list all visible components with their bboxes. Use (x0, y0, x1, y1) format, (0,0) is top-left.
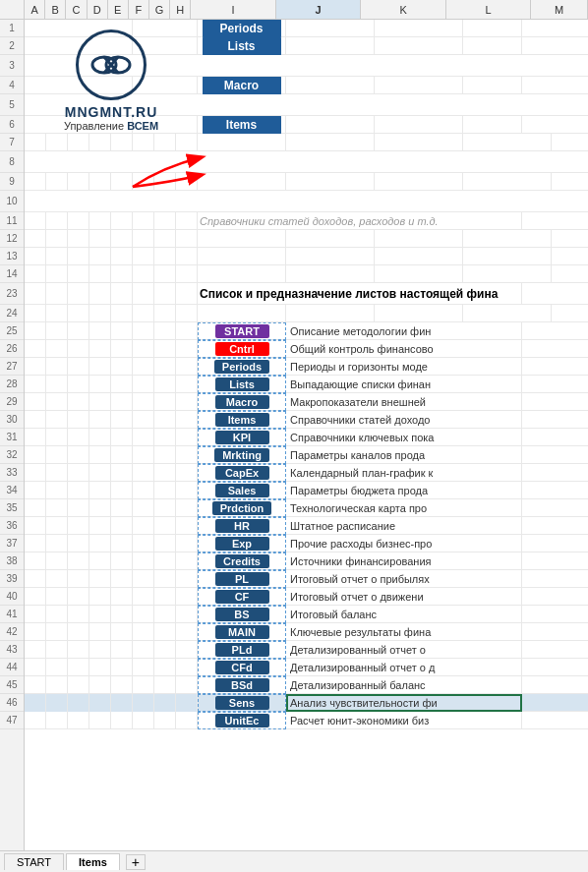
logo-cell (25, 116, 133, 134)
empty-cell (89, 482, 111, 499)
empty-cell (133, 173, 154, 191)
grid-row-34: SalesПараметры бюджета прода (25, 482, 588, 499)
empty-cell (198, 248, 286, 265)
row-num-47: 47 (0, 712, 24, 729)
row-num-35: 35 (0, 499, 24, 517)
empty-cell (176, 694, 198, 712)
sheet-label: UnitEc (215, 714, 269, 727)
empty-cell (25, 265, 46, 283)
empty-cell (25, 376, 46, 393)
empty-cell (46, 265, 68, 283)
button-cell (133, 116, 198, 134)
row-num-46: 46 (0, 694, 24, 712)
empty-cell (89, 173, 111, 191)
row-num-10: 10 (0, 191, 24, 212)
empty-cell (111, 358, 133, 376)
empty-cell (25, 393, 46, 411)
sheet-description: Описание методологии фин (286, 322, 522, 340)
row-num-28: 28 (0, 376, 24, 393)
add-sheet-button[interactable]: + (126, 854, 146, 870)
empty-cell (25, 588, 46, 606)
grid-row-44: CFdДетализированный отчет о д (25, 659, 588, 676)
empty-cell (198, 173, 286, 191)
empty-cell (89, 641, 111, 659)
sheet-label: Sens (215, 696, 269, 710)
sheet-label: KPI (215, 431, 269, 444)
empty-cell (46, 411, 68, 429)
grid-row-46: SensАнализ чувствительности фи (25, 694, 588, 712)
empty-cell (176, 499, 198, 517)
empty-cell (286, 77, 375, 94)
grid-row-37: ExpПрочие расходы бизнес-про (25, 535, 588, 552)
empty-cell (89, 535, 111, 552)
empty-cell (286, 305, 375, 322)
empty-cell (176, 230, 198, 248)
sheet-description: Источники финансирования (286, 552, 522, 570)
empty-cell (154, 446, 176, 464)
empty-cell (176, 173, 198, 191)
sheet-label-cell: Sales (198, 482, 286, 499)
items-button[interactable]: Items (203, 116, 281, 134)
empty-cell (68, 248, 89, 265)
sheet-label: Credits (215, 554, 269, 568)
grid-row-5 (25, 94, 588, 116)
empty-cell (89, 322, 111, 340)
empty-cell (25, 464, 46, 482)
sheet-label: Periods (214, 360, 269, 374)
grid-content: PeriodsListsMacroItemsСправочники статей… (25, 20, 588, 850)
empty-cell (133, 570, 154, 588)
macro-button[interactable]: Macro (203, 77, 281, 94)
empty-cell (154, 322, 176, 340)
sheet-label-cell: Cntrl (198, 340, 286, 358)
empty-cell (46, 230, 68, 248)
periods-button[interactable]: Periods (203, 20, 281, 37)
empty-cell (154, 305, 176, 322)
sheet-label: MAIN (215, 625, 269, 639)
col-header-f: F (129, 0, 149, 19)
empty-cell (375, 230, 463, 248)
grid-row-10 (25, 191, 588, 212)
lists-button[interactable]: Lists (203, 37, 281, 55)
empty-cell (176, 340, 198, 358)
logo-cell (25, 37, 133, 55)
sheet-description: Справочники ключевых пока (286, 429, 522, 446)
empty-cell (154, 429, 176, 446)
row-num-24: 24 (0, 305, 24, 322)
empty-cell (68, 570, 89, 588)
grid-rows: PeriodsListsMacroItemsСправочники статей… (25, 20, 588, 729)
sheet-tabs[interactable]: START Items + (0, 850, 588, 872)
sheet-label-cell: PL (198, 570, 286, 588)
row-num-9: 9 (0, 173, 24, 191)
empty-cell (68, 283, 89, 305)
empty-cell (133, 411, 154, 429)
row-num-34: 34 (0, 482, 24, 499)
empty-cell (133, 588, 154, 606)
empty-cell (176, 283, 198, 305)
grid-row-25: STARTОписание методологии фин (25, 322, 588, 340)
empty-cell (25, 659, 46, 676)
row-num-41: 41 (0, 606, 24, 623)
empty-cell (46, 173, 68, 191)
empty-cell (111, 265, 133, 283)
sheet-label-cell: START (198, 322, 286, 340)
empty-cell (552, 248, 588, 265)
empty-cell (133, 694, 154, 712)
row-num-4: 4 (0, 77, 24, 94)
empty-cell (198, 305, 286, 322)
empty-cell (25, 248, 46, 265)
empty-cell (176, 535, 198, 552)
empty-cell (176, 552, 198, 570)
empty-cell (154, 393, 176, 411)
empty-cell (111, 517, 133, 535)
empty-cell (68, 322, 89, 340)
empty-cell (133, 393, 154, 411)
empty-cell (176, 482, 198, 499)
tab-start[interactable]: START (4, 853, 64, 870)
empty-cell (68, 641, 89, 659)
empty-cell (463, 20, 522, 37)
tab-items[interactable]: Items (66, 853, 120, 870)
empty-cell (176, 446, 198, 464)
empty-cell (154, 535, 176, 552)
sheet-label: Sales (215, 484, 269, 497)
row-num-3: 3 (0, 55, 24, 77)
